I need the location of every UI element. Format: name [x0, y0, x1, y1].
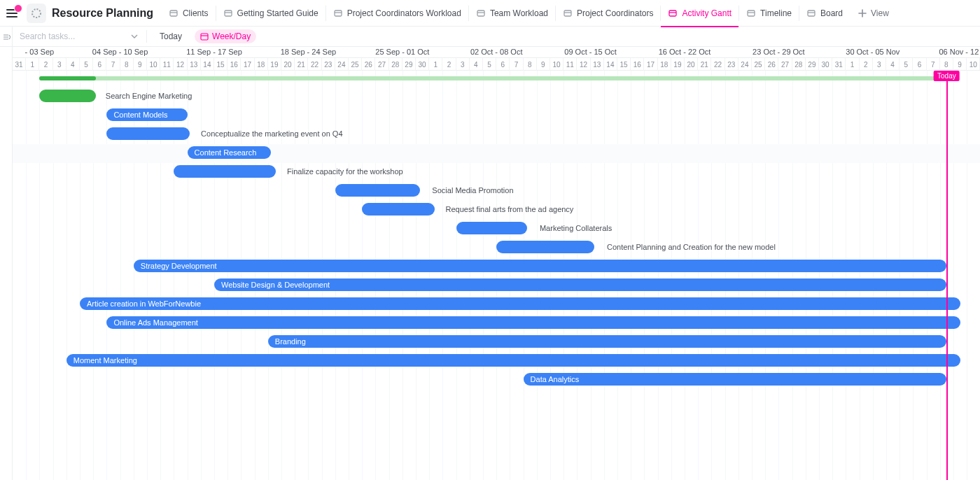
task-bar[interactable]: Branding [268, 335, 947, 348]
day-label: 25 [349, 58, 362, 71]
search-input[interactable] [20, 31, 125, 41]
day-label: 6 [93, 58, 106, 71]
day-label: 22 [308, 58, 321, 71]
day-label: 10 [967, 58, 980, 71]
timeline-day-header: 3112345678910111213141516171819202122232… [13, 58, 980, 71]
day-label: 11 [160, 58, 174, 71]
tab-pc[interactable]: Project Coordinators [556, 0, 660, 27]
tab-icon [333, 8, 343, 18]
day-label: 30 [819, 58, 832, 71]
day-label: 9 [953, 58, 967, 71]
day-label: 16 [227, 58, 241, 71]
day-label: 7 [510, 58, 523, 71]
tab-clients[interactable]: Clients [162, 0, 216, 27]
task-bar[interactable] [456, 222, 528, 234]
day-label: 2 [442, 58, 456, 71]
gantt-toolbar: Today Week/Day [0, 27, 980, 47]
gantt-row: Conceptualize the marketing event on Q4 [13, 125, 980, 144]
gantt-row: Marketing Collaterals [13, 220, 980, 239]
task-bar[interactable] [39, 90, 96, 102]
task-bar[interactable] [362, 203, 435, 216]
svg-rect-3 [335, 10, 342, 16]
task-bar-label: Moment Marketing [74, 356, 137, 365]
day-label: 1 [846, 58, 859, 71]
day-label: 9 [134, 58, 147, 71]
day-label: 23 [322, 58, 335, 71]
gantt-row: Request final arts from the ad agency [13, 201, 980, 220]
task-bar-label: Website Design & Development [221, 281, 330, 289]
task-bar[interactable] [335, 184, 420, 197]
tab-timeline[interactable]: Timeline [739, 0, 799, 27]
task-bar[interactable]: Strategy Development [134, 260, 947, 272]
day-label: 3 [456, 58, 470, 71]
tab-activity-gantt[interactable]: Activity Gantt [661, 0, 738, 27]
gantt-row: Website Design & Development [13, 276, 980, 295]
gantt-row: Search Engine Marketing [13, 87, 980, 106]
task-bar[interactable] [106, 127, 190, 140]
week-label: 06 Nov - 12 Nov [939, 48, 980, 56]
task-bar[interactable]: Content Models [106, 108, 187, 121]
task-bar[interactable]: Online Ads Management [106, 316, 960, 329]
gantt-row: Content Models [13, 106, 980, 125]
day-label: 21 [698, 58, 711, 71]
day-label: 3 [873, 58, 886, 71]
day-label: 24 [738, 58, 752, 71]
tab-board[interactable]: Board [799, 0, 850, 27]
task-label: Social Media Promotion [432, 184, 513, 197]
gantt-row: Online Ads Management [13, 314, 980, 333]
task-bar[interactable]: Data Analytics [524, 373, 947, 386]
task-label: Conceptualize the marketing event on Q4 [201, 127, 342, 140]
tab-pcw[interactable]: Project Coordinators Workload [326, 0, 468, 27]
task-bar[interactable] [496, 241, 594, 253]
week-label: 04 Sep - 10 Sep [92, 48, 148, 56]
tab-team-workload[interactable]: Team Workload [469, 0, 555, 27]
day-label: 30 [416, 58, 429, 71]
day-label: 6 [496, 58, 510, 71]
week-label: 23 Oct - 29 Oct [752, 48, 805, 56]
day-label: 18 [658, 58, 671, 71]
sidebar-toggle-button[interactable] [3, 4, 21, 22]
task-bar[interactable]: Website Design & Development [214, 278, 946, 291]
day-label: 8 [524, 58, 537, 71]
day-label: 2 [860, 58, 873, 71]
day-label: 15 [617, 58, 631, 71]
week-label: 09 Oct - 15 Oct [564, 48, 617, 56]
week-label: 25 Sep - 01 Oct [375, 48, 429, 56]
range-toggle-button[interactable]: Week/Day [195, 29, 256, 43]
tab-icon [746, 8, 756, 18]
project-icon[interactable] [27, 3, 46, 23]
timeline-week-header: - 03 Sep04 Sep - 10 Sep11 Sep - 17 Sep18… [13, 47, 980, 58]
week-label: 02 Oct - 08 Oct [470, 48, 523, 56]
day-label: 3 [53, 58, 66, 71]
day-label: 31 [13, 58, 26, 71]
day-label: 31 [832, 58, 846, 71]
task-bar[interactable]: Moment Marketing [66, 354, 960, 367]
day-label: 1 [26, 58, 39, 71]
task-bar[interactable]: Content Research [188, 146, 271, 159]
add-view-button[interactable]: View [851, 0, 896, 27]
task-bar[interactable]: Article creation in WebForNewbie [80, 297, 960, 310]
project-overview-bar[interactable] [39, 76, 953, 80]
today-button[interactable]: Today [154, 29, 188, 43]
week-label: 11 Sep - 17 Sep [186, 48, 242, 56]
svg-point-0 [32, 9, 41, 17]
task-bar[interactable] [174, 165, 276, 178]
tab-label: Board [820, 8, 843, 18]
gantt-row: Social Media Promotion [13, 182, 980, 201]
search-dropdown-button[interactable] [130, 31, 139, 41]
day-label: 22 [711, 58, 724, 71]
day-label: 2 [39, 58, 52, 71]
expand-side-panel-button[interactable] [0, 27, 13, 47]
task-search[interactable] [15, 29, 124, 44]
topbar: Resource Planning ClientsGetting Started… [0, 0, 980, 27]
tab-label: Clients [183, 8, 209, 18]
project-overview-progress [39, 76, 96, 80]
day-label: 5 [80, 58, 93, 71]
day-label: 9 [537, 58, 550, 71]
day-label: 4 [66, 58, 80, 71]
gantt-area[interactable]: - 03 Sep04 Sep - 10 Sep11 Sep - 17 Sep18… [13, 47, 980, 480]
tab-getting-started[interactable]: Getting Started Guide [216, 0, 326, 27]
today-marker-label: Today [934, 71, 960, 81]
tab-label: Timeline [760, 8, 792, 18]
day-label: 24 [335, 58, 349, 71]
